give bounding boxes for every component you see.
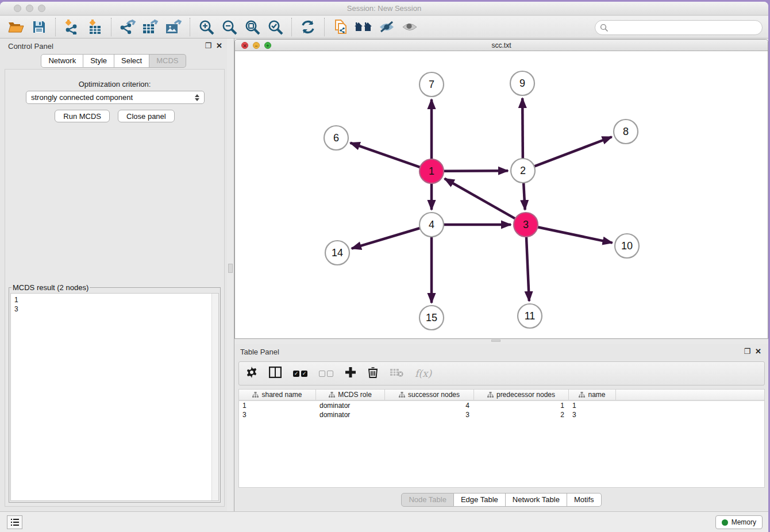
mcds-result-item[interactable]: 1 [14, 295, 215, 304]
column-header-name[interactable]: name [569, 390, 616, 400]
edge-4-14[interactable] [352, 228, 420, 249]
splitter-grip[interactable] [228, 264, 233, 273]
duplicate-network-button[interactable] [331, 18, 351, 36]
edge-1-6[interactable] [351, 143, 421, 167]
table-cell[interactable]: dominator [316, 410, 385, 419]
app-window: Session: New Session [0, 2, 768, 532]
close-panel-icon[interactable]: ✕ [216, 41, 222, 50]
export-image-button[interactable] [164, 18, 183, 36]
eye-slash-icon [379, 21, 395, 33]
edge-2-8[interactable] [534, 137, 612, 166]
open-file-button[interactable] [6, 18, 26, 36]
function-builder-button[interactable]: f(x) [415, 368, 432, 379]
zoom-fit-button[interactable] [242, 18, 262, 36]
show-all-button[interactable] [400, 18, 419, 36]
search-field[interactable] [595, 20, 763, 35]
hierarchy-icon [579, 392, 585, 398]
table-cell[interactable]: 1 [474, 401, 569, 410]
tab-edge-table[interactable]: Edge Table [454, 493, 506, 507]
table-row[interactable]: 3dominator323 [239, 410, 764, 419]
table-cell[interactable]: 3 [239, 410, 316, 419]
delete-table-button[interactable] [390, 367, 403, 380]
column-header-MCDS-role[interactable]: MCDS role [316, 390, 385, 400]
gear-icon [246, 367, 257, 378]
horizontal-splitter-grip[interactable] [491, 340, 500, 342]
search-input[interactable] [609, 24, 762, 32]
hierarchy-icon [252, 392, 259, 398]
tab-node-table[interactable]: Node Table [401, 493, 454, 507]
export-table-button[interactable] [141, 18, 160, 36]
vertical-splitter[interactable] [227, 38, 234, 511]
export-network-button[interactable] [118, 18, 137, 36]
hide-selected-button[interactable] [377, 18, 396, 36]
home-view-button[interactable] [354, 18, 374, 36]
mcds-result-list[interactable]: 13 [10, 293, 219, 501]
status-bar: Memory [0, 511, 768, 532]
main-toolbar [0, 16, 768, 38]
table-row[interactable]: 1dominator411 [239, 401, 764, 410]
task-history-button[interactable] [7, 515, 22, 529]
tab-mcds[interactable]: MCDS [149, 54, 186, 68]
import-table-button[interactable] [85, 18, 105, 36]
network-window-titlebar[interactable]: ✕ − + scc.txt [235, 40, 768, 51]
column-layout-button[interactable] [269, 367, 282, 380]
run-mcds-button[interactable]: Run MCDS [55, 110, 110, 122]
select-all-columns-button[interactable]: ✓✓ [293, 371, 307, 377]
table-cell[interactable]: 3 [569, 410, 616, 419]
column-header-successor-nodes[interactable]: successor nodes [385, 390, 474, 400]
toolbar-separator [190, 18, 190, 36]
mcds-panel: Optimization criterion: strongly connect… [5, 69, 225, 507]
delete-column-button[interactable] [368, 367, 378, 380]
zoom-in-button[interactable] [197, 18, 216, 36]
tab-style[interactable]: Style [83, 54, 114, 68]
edge-2-3[interactable] [523, 183, 525, 210]
table-cell[interactable]: dominator [316, 401, 385, 410]
table-settings-button[interactable] [246, 367, 257, 380]
edge-3-11[interactable] [526, 237, 529, 301]
float-table-panel-icon[interactable]: ❐ [744, 347, 750, 356]
float-panel-icon[interactable]: ❐ [205, 41, 211, 50]
titlebar: Session: New Session [0, 2, 768, 16]
table-cell[interactable]: 3 [385, 410, 474, 419]
zoom-out-button[interactable] [220, 18, 239, 36]
optimization-criterion-select[interactable]: strongly connected component [26, 91, 205, 104]
mcds-result-item[interactable]: 3 [14, 304, 215, 314]
copy-pages-icon [333, 19, 348, 35]
network-graph-canvas[interactable]: 7968124314101511 [235, 51, 768, 338]
table-cell[interactable]: 1 [569, 401, 616, 410]
edge-3-10[interactable] [538, 227, 613, 242]
memory-button[interactable]: Memory [715, 515, 763, 529]
result-scrollbar[interactable] [211, 294, 218, 500]
tab-motifs[interactable]: Motifs [567, 493, 602, 507]
save-session-button[interactable] [29, 18, 49, 36]
zoom-selected-button[interactable] [265, 18, 285, 36]
edge-3-1[interactable] [445, 179, 515, 219]
node-table[interactable]: shared nameMCDS rolesuccessor nodesprede… [238, 389, 765, 488]
node-label-15: 15 [426, 312, 437, 323]
column-header-predecessor-nodes[interactable]: predecessor nodes [474, 390, 569, 400]
refresh-view-button[interactable] [298, 18, 318, 36]
memory-label: Memory [732, 518, 756, 526]
control-panel: Control Panel ❐ ✕ NetworkStyleSelectMCDS… [0, 38, 227, 511]
close-panel-button[interactable]: Close panel [118, 110, 175, 122]
deselect-all-columns-button[interactable] [319, 371, 333, 377]
table-cell[interactable]: 2 [474, 410, 569, 419]
table-cell[interactable]: 4 [385, 401, 474, 410]
node-label-10: 10 [621, 240, 633, 252]
column-header-shared-name[interactable]: shared name [239, 390, 316, 400]
control-panel-title: Control Panel [8, 42, 53, 51]
edge-1-2[interactable] [444, 171, 508, 171]
network-icon [121, 24, 132, 34]
table-cell[interactable]: 1 [239, 401, 316, 410]
tab-network-table[interactable]: Network Table [506, 493, 567, 507]
tab-select[interactable]: Select [114, 54, 149, 68]
table-icon [143, 24, 154, 33]
edge-2-9[interactable] [522, 98, 523, 159]
add-column-button[interactable] [345, 367, 356, 380]
tab-network[interactable]: Network [41, 54, 83, 68]
import-network-button[interactable] [62, 18, 82, 36]
optimization-criterion-label: Optimization criterion: [5, 80, 224, 88]
mcds-result-group: MCDS result (2 nodes) 13 [9, 283, 221, 503]
toolbar-separator [291, 18, 292, 36]
close-table-panel-icon[interactable]: ✕ [755, 347, 761, 356]
